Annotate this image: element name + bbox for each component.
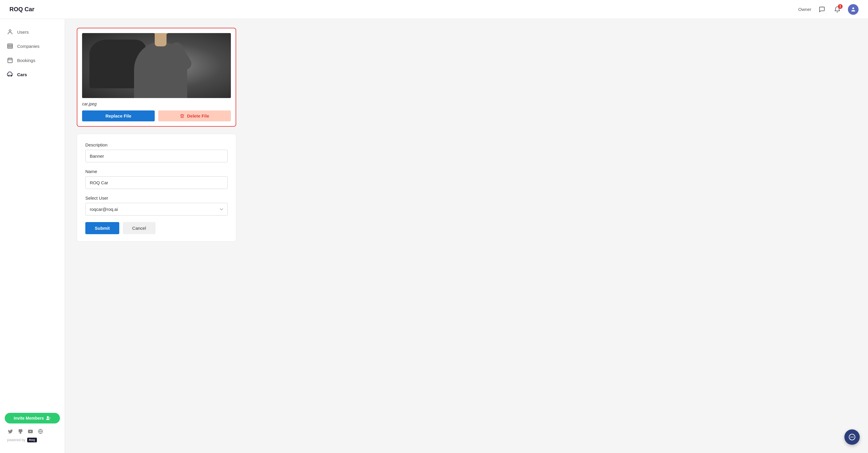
car-icon [7,71,13,78]
delete-file-button[interactable]: Delete File [158,111,231,121]
github-icon[interactable] [17,428,24,435]
sidebar-bottom: Invite Members [0,413,65,447]
select-user-dropdown[interactable]: roqcar@roq.ai [85,203,228,216]
image-upload-card: car.jpeg Replace File Delete File [77,28,236,127]
sidebar-item-label: Bookings [17,58,35,63]
sidebar: Users Companies [0,19,65,453]
sidebar-item-label: Users [17,30,29,35]
calendar-icon [7,57,13,63]
page-layout: Users Companies [0,19,868,453]
cancel-button[interactable]: Cancel [123,222,156,234]
form-actions: Submit Cancel [85,222,228,234]
submit-button[interactable]: Submit [85,222,119,234]
upload-actions: Replace File Delete File [82,111,231,121]
chat-icon [848,433,856,441]
chat-bubble-button[interactable] [844,429,860,445]
select-user-group: Select User roqcar@roq.ai [85,195,228,216]
social-links [5,428,60,435]
globe-icon[interactable] [37,428,44,435]
powered-by: powered by ROQ [5,437,60,442]
svg-point-7 [8,75,9,76]
app-logo: ROQ Car [9,6,34,13]
sidebar-item-label: Companies [17,44,39,49]
svg-point-9 [47,416,49,418]
main-content: car.jpeg Replace File Delete File Descri… [65,19,868,453]
svg-point-1 [9,30,11,32]
svg-point-17 [852,437,852,437]
name-group: Name [85,169,228,189]
description-group: Description [85,142,228,162]
twitter-icon[interactable] [7,428,13,435]
svg-rect-2 [8,44,13,49]
svg-rect-3 [8,58,12,63]
svg-point-16 [850,437,851,437]
sidebar-item-bookings[interactable]: Bookings [0,53,65,67]
invite-button-label: Invite Members [14,416,44,421]
app-header: ROQ Car Owner 1 [0,0,868,19]
user-avatar[interactable] [848,4,859,15]
notification-badge: 1 [838,4,843,9]
sidebar-item-label: Cars [17,72,27,77]
name-input[interactable] [85,176,228,189]
trash-icon [180,114,185,118]
file-name: car.jpeg [82,101,231,106]
svg-point-18 [853,437,854,437]
name-label: Name [85,169,228,174]
messages-icon[interactable] [817,5,827,14]
sidebar-nav: Users Companies [0,25,65,82]
svg-point-0 [852,7,854,9]
sidebar-item-cars[interactable]: Cars [0,67,65,82]
sidebar-item-companies[interactable]: Companies [0,39,65,53]
invite-members-button[interactable]: Invite Members [5,413,60,423]
user-role: Owner [798,7,811,12]
header-actions: Owner 1 [798,4,859,15]
notifications-icon[interactable]: 1 [833,5,842,14]
building-icon [7,43,13,49]
youtube-icon[interactable] [27,428,34,435]
form-card: Description Name Select User roqcar@roq.… [77,134,236,242]
select-user-label: Select User [85,195,228,201]
sidebar-item-users[interactable]: Users [0,25,65,39]
description-label: Description [85,142,228,147]
roq-brand: ROQ [27,437,37,442]
description-input[interactable] [85,150,228,162]
image-preview [82,33,231,98]
user-icon [7,29,13,35]
replace-file-button[interactable]: Replace File [82,111,155,121]
